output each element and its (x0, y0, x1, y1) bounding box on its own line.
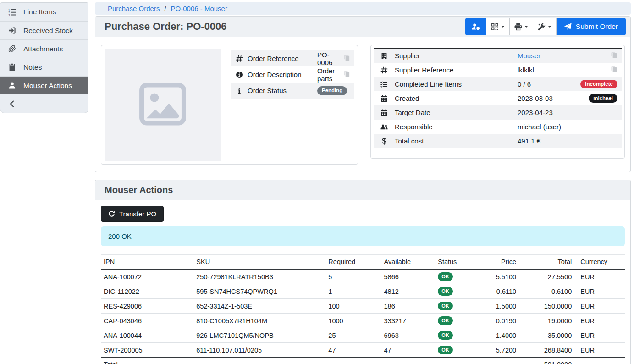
barcode-dropdown-button[interactable] (486, 18, 510, 35)
cell-required: 1000 (325, 314, 381, 328)
copy-button[interactable] (611, 66, 617, 74)
sidebar-item-notes[interactable]: Notes (0, 58, 88, 76)
user-icon-holder (0, 82, 23, 89)
detail-label: Supplier (395, 52, 518, 60)
cell-price: 5.7200 (482, 343, 519, 358)
detail-row-target-date: Target Date2023-04-23 (374, 105, 622, 120)
page-title: Purchase Order: PO-0006 (105, 21, 227, 33)
detail-label: Order Reference (248, 55, 317, 62)
sign-in-icon (8, 27, 16, 34)
table-row-cap-043046: CAP-043046810-C1005X7R1H104M1000333217OK… (101, 314, 625, 328)
status-ok-badge: OK (438, 331, 453, 340)
list-ol-icon-holder: 123 (0, 8, 23, 16)
sidebar-item-label: Attachments (23, 45, 63, 53)
cell-sku: 810-C1005X7R1H104M (193, 314, 325, 328)
cell-price: 1.4000 (482, 328, 519, 343)
admin-button[interactable] (465, 18, 486, 35)
detail-label: Created (395, 94, 518, 102)
caret-down-icon (501, 26, 505, 28)
breadcrumb-link-purchase-orders[interactable]: Purchase Orders (108, 5, 160, 12)
detail-row-extra (611, 52, 622, 60)
column-header-required: Required (325, 255, 381, 270)
detail-value-created: 2023-03-03 (518, 94, 589, 102)
cell-sku: 926-LMC7101QM5/NOPB (193, 328, 325, 343)
order-image-placeholder[interactable] (105, 49, 221, 161)
dollar-icon (380, 138, 388, 145)
calendar-icon (380, 95, 388, 102)
cell-sku: 611-110.107.011/0205 (193, 343, 325, 358)
paperclip-icon-holder (0, 45, 23, 53)
detail-value-responsible: michael (user) (518, 123, 617, 131)
actions-dropdown-button[interactable] (533, 18, 557, 35)
copy-icon (343, 55, 350, 61)
refresh-icon (108, 210, 115, 217)
copy-icon (611, 52, 617, 59)
print-dropdown-button[interactable] (509, 18, 533, 35)
purchase-order-card: Purchase Order: PO-0006 (95, 16, 631, 172)
submit-order-button[interactable]: Submit Order (557, 18, 626, 35)
line-items-table: IPNSKURequiredAvailableStatusPriceTotalC… (101, 254, 625, 364)
clipboard-icon-holder (0, 63, 23, 71)
paper-plane-icon (564, 23, 572, 30)
mouser-link[interactable]: Mouser (518, 52, 540, 60)
cell-sku: 652-3314Z-1-503E (193, 299, 325, 314)
user-shield-icon (471, 23, 480, 31)
copy-icon (343, 71, 350, 77)
detail-value-order-description: Order parts (317, 67, 343, 83)
detail-label: Responsible (395, 123, 518, 131)
breadcrumb: Purchase Orders / PO-0006 - Mouser (95, 2, 631, 15)
cell-required: 5 (325, 269, 381, 284)
sidebar-item-line-items[interactable]: 123Line Items (0, 3, 88, 21)
chevron-left-icon (0, 100, 23, 108)
clipboard-icon (8, 63, 16, 71)
detail-row-extra: Incomplete (580, 80, 622, 89)
users-icon (380, 123, 388, 131)
sidebar-collapse-button[interactable] (0, 94, 88, 113)
main-content: Purchase Orders / PO-0006 - Mouser Purch… (95, 0, 631, 364)
copy-button[interactable] (611, 52, 617, 60)
cell-ipn: CAP-043046 (101, 314, 193, 328)
table-footer-row: Total501.0000 (101, 358, 625, 364)
column-header-ipn: IPN (101, 255, 193, 270)
transfer-po-button[interactable]: Transfer PO (101, 206, 164, 222)
detail-row-total-cost: Total cost491.1 € (374, 134, 622, 148)
detail-value-order-status: Pending (317, 86, 350, 95)
status-ok-badge: OK (438, 287, 453, 296)
detail-value-order-reference: PO-0006 (317, 51, 343, 66)
toolbar: Submit Order (465, 18, 626, 35)
sidebar-item-received-stock[interactable]: Received Stock (0, 21, 88, 39)
image-icon (136, 80, 190, 129)
cell-available: 4812 (381, 284, 436, 299)
breadcrumb-link-current-order[interactable]: PO-0006 - Mouser (171, 5, 227, 12)
cell-status: OK (435, 269, 482, 284)
copy-button[interactable] (343, 55, 350, 63)
table-row-swt-200005: SWT-200005611-110.107.011/02054747OK5.72… (101, 343, 625, 358)
sidebar: 123Line ItemsReceived StockAttachmentsNo… (0, 2, 88, 113)
list-ol-icon: 123 (8, 8, 16, 16)
list-check-icon (380, 81, 388, 88)
detail-row-order-description: Order DescriptionOrder parts (231, 66, 354, 83)
printer-icon (514, 23, 522, 31)
building-icon-holder (374, 52, 395, 60)
footer-empty-cell (435, 358, 482, 364)
copy-button[interactable] (343, 71, 350, 79)
cell-currency: EUR (574, 269, 625, 284)
hash-icon-holder (374, 66, 395, 74)
michael-badge: michael (589, 94, 617, 103)
cell-available: 47 (381, 343, 436, 358)
hash-icon (380, 66, 388, 74)
caret-down-icon (524, 26, 528, 28)
cell-price: 0.0190 (482, 314, 519, 328)
cell-ipn: ANA-100072 (101, 269, 193, 284)
detail-row-created: Created2023-03-03michael (374, 91, 622, 105)
detail-row-supplier: SupplierMouser (374, 49, 622, 63)
sidebar-item-attachments[interactable]: Attachments (0, 39, 88, 58)
info-circle-icon (236, 71, 243, 78)
table-row-ana-100072: ANA-100072250-72981KLRATR150B355866OK5.5… (101, 269, 625, 284)
sidebar-item-mouser-actions[interactable]: Mouser Actions (0, 76, 88, 94)
cell-available: 333217 (381, 314, 436, 328)
detail-label: Order Description (248, 71, 317, 78)
status-ok-badge: OK (438, 302, 453, 310)
sidebar-items: 123Line ItemsReceived StockAttachmentsNo… (0, 3, 88, 94)
table-row-res-429006: RES-429006652-3314Z-1-503E100186OK1.5000… (101, 299, 625, 314)
